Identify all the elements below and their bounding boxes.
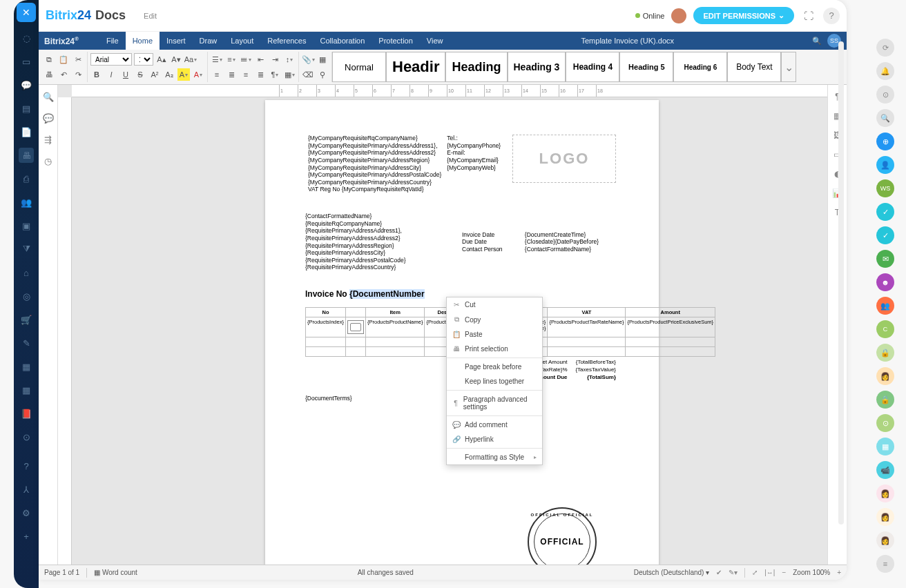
style-heading5[interactable]: Heading 5 [619,52,673,82]
presence-avatar[interactable]: 📹 [876,461,894,479]
changecase-icon[interactable]: Aa▾ [184,53,197,66]
ctx-copy[interactable]: ⧉Copy [447,312,542,327]
fit-width-icon[interactable]: |↔| [764,569,775,576]
font-select[interactable]: Arial [90,53,132,66]
menu-view[interactable]: View [420,32,450,50]
linespacing-icon[interactable]: ↕▾ [283,53,296,66]
nav-icon[interactable]: 🖶 [19,148,34,163]
style-heading4[interactable]: Heading 4 [566,52,619,82]
word-count[interactable]: ▦ Word count [94,569,137,576]
bold-icon[interactable]: B [90,68,103,81]
strike-icon[interactable]: S [134,68,146,81]
presence-avatar[interactable]: ▦ [876,438,894,455]
nav-icon[interactable]: ◌ [19,30,34,46]
fontcolor-icon[interactable]: A▾ [192,68,204,81]
redo-icon[interactable]: ↷ [72,68,84,81]
presence-avatar[interactable]: 👤 [876,156,894,174]
undo-icon[interactable]: ↶ [57,68,70,81]
style-heading2[interactable]: Heading [445,52,507,82]
nav-icon[interactable]: ⎙ [19,171,34,186]
sitemap-icon[interactable]: ⅄ [19,482,34,497]
fontsize-select[interactable]: 12 [134,53,153,66]
bell-icon[interactable]: 🔔 [876,62,894,80]
indent-icon[interactable]: ⇥ [269,53,281,66]
nav-icon[interactable]: ▭ [19,54,34,69]
settings-icon[interactable]: ⚙ [19,505,34,520]
search-icon[interactable]: 🔍 [876,109,894,127]
presence-avatar[interactable]: 👥 [876,297,894,315]
table-icon[interactable]: ▦ [316,53,329,66]
nav-icon[interactable]: ▣ [19,218,34,233]
tool-icon[interactable]: ⊙ [876,86,894,104]
subscript-icon[interactable]: A₂ [163,68,175,81]
presence-avatar[interactable]: ✓ [876,226,894,244]
menu-icon[interactable]: ≡ [876,555,894,573]
presence-avatar[interactable]: 👩 [876,484,894,502]
style-normal[interactable]: Normal [332,52,386,82]
nav-icon[interactable]: ⊙ [19,429,34,444]
menu-protection[interactable]: Protection [372,32,420,50]
presence-avatar[interactable]: ✉ [876,250,894,268]
presence-avatar[interactable]: ⊕ [876,133,894,150]
presence-avatar[interactable]: WS [876,179,894,197]
nav-icon[interactable]: ▤ [19,101,34,116]
align-center-icon[interactable]: ≣ [225,68,238,81]
presence-avatar[interactable]: 🔒 [876,391,894,409]
nav-icon[interactable]: 💬 [19,77,34,92]
nav-icon[interactable]: ✎ [19,335,34,351]
page-indicator[interactable]: Page 1 of 1 [44,569,79,576]
numbering-icon[interactable]: ≡▾ [225,53,238,66]
edit-link[interactable]: Edit [144,12,157,20]
menu-references[interactable]: References [260,32,313,50]
nav-icon[interactable]: ▦ [19,382,34,398]
zoom-out-icon[interactable]: − [782,569,786,576]
search-icon[interactable]: 🔍 [43,92,54,102]
plus-icon[interactable]: + [19,529,34,544]
spellcheck-icon[interactable]: ✔ [716,569,722,576]
nav-icon[interactable]: 📄 [19,124,34,139]
menu-draw[interactable]: Draw [193,32,224,50]
italic-icon[interactable]: I [105,68,117,81]
presence-avatar[interactable]: C [876,320,894,338]
help-icon[interactable]: ? [823,8,840,24]
increase-font-icon[interactable]: A▴ [155,53,168,66]
ctx-print-selection[interactable]: 🖶Print selection [447,342,542,356]
tool-icon[interactable]: ⟳ [876,39,894,57]
decrease-font-icon[interactable]: A▾ [170,53,182,66]
presence-avatar[interactable]: 👩 [876,508,894,526]
fullscreen-icon[interactable]: ⛶ [804,10,813,21]
presence-avatar[interactable]: 👩 [876,531,894,549]
nav-icon[interactable]: ⧩ [19,242,34,257]
print-icon[interactable]: 🖶 [43,68,55,81]
ctx-paragraph-settings[interactable]: ¶Paragraph advanced settings [447,392,542,414]
zoom-level[interactable]: Zoom 100% [793,569,830,576]
findreplace-icon[interactable]: ⚲ [316,68,329,81]
trackchanges-icon[interactable]: ✎▾ [729,569,738,576]
zoom-in-icon[interactable]: + [837,569,841,576]
underline-icon[interactable]: U [119,68,132,81]
ctx-paste[interactable]: 📋Paste [447,327,542,342]
help-icon[interactable]: ? [19,458,34,473]
canvas[interactable]: 123456789101112131415161718 {MyCompanyRe… [58,85,827,565]
copy-icon[interactable]: ⧉ [43,53,55,66]
nav-icon[interactable]: ◎ [19,288,34,304]
close-icon[interactable]: ✕ [17,3,36,22]
style-heading6[interactable]: Heading 6 [673,52,727,82]
nav-icon[interactable]: ⌂ [19,265,34,280]
presence-avatar[interactable]: 👩 [876,367,894,385]
nav-icon[interactable]: 👥 [19,195,34,210]
styles-more-icon[interactable]: ⌄ [781,52,796,82]
comments-icon[interactable]: 💬 [43,113,54,124]
presence-avatar[interactable]: 🔒 [876,344,894,362]
insert-icon[interactable]: 📎▾ [302,53,314,66]
clearformat-icon[interactable]: ⌫ [302,68,314,81]
highlight-icon[interactable]: A▾ [177,68,190,81]
edit-permissions-button[interactable]: EDIT PERMISSIONS⌄ [693,7,794,24]
search-icon[interactable]: 🔍 [811,37,823,46]
vertical-scrollbar[interactable] [838,41,844,525]
fit-icon[interactable]: ⤢ [752,569,758,576]
outdent-icon[interactable]: ⇤ [254,53,267,66]
horizontal-ruler[interactable]: 123456789101112131415161718 [72,85,827,97]
nav-icon[interactable]: 🛒 [19,312,34,327]
presence-avatar[interactable]: ☻ [876,273,894,291]
